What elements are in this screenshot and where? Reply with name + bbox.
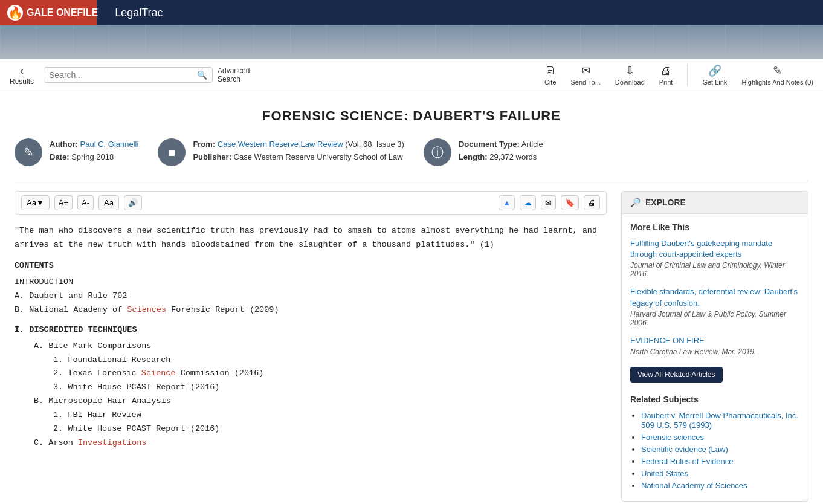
print-article-button[interactable]: 🖨 [584, 195, 600, 210]
link-icon: 🔗 [708, 64, 721, 77]
article-title: FORENSIC SCIENCE: DAUBERT'S FAILURE [15, 108, 808, 124]
doctype-text: Document Type: Article Length: 29,372 wo… [459, 138, 543, 164]
email-button[interactable]: ✉ [541, 195, 556, 210]
translate-button[interactable]: Aa▼ [21, 195, 50, 210]
search-input[interactable] [49, 70, 197, 80]
journal-name-link[interactable]: Case Western Reserve Law Review [218, 140, 343, 149]
listen-button[interactable]: 🔊 [124, 195, 142, 210]
download-button[interactable]: ⇩ Download [615, 64, 645, 86]
back-button[interactable]: ‹ Results [10, 65, 34, 86]
subject-link-5[interactable]: National Academy of Sciences [641, 481, 747, 490]
get-link-label: Get Link [702, 79, 727, 86]
print-button[interactable]: 🖨 Print [659, 65, 673, 86]
explore-header: 🔎 EXPLORE [622, 192, 808, 214]
length-value: 29,372 words [489, 152, 537, 161]
onedrive-button[interactable]: ☁ [520, 195, 536, 210]
subject-item-0: Daubert v. Merrell Dow Pharmaceuticals, … [641, 410, 799, 430]
item-ia1: 1. Foundational Research [15, 354, 607, 367]
get-link-button[interactable]: 🔗 Get Link [702, 64, 727, 86]
explore-title: EXPLORE [645, 198, 686, 207]
article-toolbar: Aa▼ A+ A- Aa 🔊 ▲ ☁ ✉ 🔖 🖨 [15, 191, 607, 215]
hero-image [0, 25, 823, 59]
science-link-commission[interactable]: Science [141, 369, 176, 378]
article-toolbar-right: ▲ ☁ ✉ 🔖 🖨 [499, 195, 600, 210]
journal-block: ■ From: Case Western Reserve Law Review … [158, 138, 404, 166]
main-toolbar: ‹ Results 🔍 Advanced Search 🖹 Cite ✉ Sen… [0, 59, 823, 91]
section-ic: C. Arson Investigations [15, 436, 607, 450]
related-article-link-2[interactable]: EVIDENCE ON FIRE [630, 335, 799, 346]
author-block: ✎ Author: Paul C. Giannelli Date: Spring… [15, 138, 138, 166]
doctype-label: Document Type: [459, 140, 520, 149]
back-arrow-icon: ‹ [20, 65, 24, 77]
send-to-label: Send To... [571, 79, 601, 86]
subject-link-2[interactable]: Scientific evidence (Law) [641, 445, 728, 454]
subject-link-0[interactable]: Daubert v. Merrell Dow Pharmaceuticals, … [641, 411, 798, 430]
item-ia2-suffix: Commission (2016) [176, 369, 264, 378]
publisher-name: Case Western Reserve University School o… [234, 152, 403, 161]
meta-row: ✎ Author: Paul C. Giannelli Date: Spring… [15, 138, 808, 166]
bookmark-button[interactable]: 🔖 [561, 195, 579, 210]
cite-label: Cite [544, 79, 557, 86]
item-b-suffix: Forensic Report (2009) [166, 305, 279, 314]
length-label: Length: [459, 152, 488, 161]
contents-header: CONTENTS [15, 259, 607, 273]
date-value: Spring 2018 [71, 152, 114, 161]
highlights-label: Highlights And Notes (0) [741, 79, 813, 86]
author-icon: ✎ [15, 138, 42, 166]
subject-link-1[interactable]: Forensic sciences [641, 433, 704, 442]
related-article-journal-0: Journal of Criminal Law and Criminology,… [630, 261, 799, 278]
author-name-link[interactable]: Paul C. Giannelli [80, 140, 139, 149]
subject-link-3[interactable]: Federal Rules of Evidence [641, 457, 733, 466]
font-increase-button[interactable]: A+ [54, 195, 73, 210]
item-b-prefix: B. National Academy of [15, 305, 127, 314]
header: 🔥 GALE ONEFILE LegalTrac [0, 0, 823, 25]
google-drive-button[interactable]: ▲ [499, 195, 515, 210]
explore-body: More Like This Fulfilling Daubert's gate… [622, 214, 808, 501]
subject-link-4[interactable]: United States [641, 469, 688, 478]
author-label: Author: [50, 140, 78, 149]
related-article-0: Fulfilling Daubert's gatekeeping mandate… [630, 238, 799, 278]
related-article-link-1[interactable]: Flexible standards, deferential review: … [630, 286, 799, 308]
related-article-link-0[interactable]: Fulfilling Daubert's gatekeeping mandate… [630, 238, 799, 260]
main-container: FORENSIC SCIENCE: DAUBERT'S FAILURE ✎ Au… [0, 108, 823, 504]
font-style-button[interactable]: Aa [98, 195, 119, 210]
toolbar-divider [687, 64, 688, 86]
sidebar-column: 🔎 EXPLORE More Like This Fulfilling Daub… [621, 191, 808, 504]
item-b: B. National Academy of Sciences Forensic… [15, 303, 607, 317]
send-to-button[interactable]: ✉ Send To... [571, 64, 601, 86]
advanced-search-link[interactable]: Advanced Search [218, 66, 250, 83]
info-icon: ⓘ [424, 138, 451, 166]
related-subjects: Related Subjects Daubert v. Merrell Dow … [630, 395, 799, 490]
introduction-header: INTRODUCTION [15, 276, 607, 289]
download-label: Download [615, 79, 645, 86]
advanced-search-line1: Advanced [218, 66, 250, 75]
view-all-related-button[interactable]: View All Related Articles [630, 367, 723, 383]
cite-button[interactable]: 🖹 Cite [544, 65, 557, 86]
subject-item-5: National Academy of Sciences [641, 480, 799, 490]
related-subjects-title: Related Subjects [630, 395, 799, 404]
author-text: Author: Paul C. Giannelli Date: Spring 2… [50, 138, 138, 164]
article-column: Aa▼ A+ A- Aa 🔊 ▲ ☁ ✉ 🔖 🖨 "The man who di… [15, 191, 607, 504]
toolbar-actions: 🖹 Cite ✉ Send To... ⇩ Download 🖨 Print 🔗… [544, 64, 813, 86]
highlights-button[interactable]: ✎ Highlights And Notes (0) [741, 64, 813, 86]
related-article-2: EVIDENCE ON FIRE North Carolina Law Revi… [630, 335, 799, 356]
send-icon: ✉ [581, 64, 590, 77]
font-decrease-button[interactable]: A- [77, 195, 94, 210]
item-a: A. Daubert and Rule 702 [15, 289, 607, 303]
section-ia: A. Bite Mark Comparisons [15, 340, 607, 354]
advanced-search-line2: Search [218, 75, 240, 83]
article-toolbar-left: Aa▼ A+ A- Aa 🔊 [21, 195, 142, 210]
section-ic-prefix: C. Arson [34, 438, 78, 447]
item-ib2: 2. White House PCAST Report (2016) [15, 422, 607, 436]
section-ib: B. Microscopic Hair Analysis [15, 395, 607, 409]
download-icon: ⇩ [625, 64, 634, 77]
date-label: Date: [50, 152, 69, 161]
item-ia2-prefix: 2. Texas Forensic [53, 369, 141, 378]
article-body: "The man who discovers a new scientific … [15, 224, 607, 450]
two-col-layout: Aa▼ A+ A- Aa 🔊 ▲ ☁ ✉ 🔖 🖨 "The man who di… [15, 191, 808, 504]
publisher-label: Publisher: [193, 152, 231, 161]
print-icon: 🖨 [660, 65, 671, 77]
search-icon[interactable]: 🔍 [197, 70, 207, 80]
investigations-link[interactable]: Investigations [78, 438, 146, 447]
sciences-link[interactable]: Sciences [127, 305, 166, 314]
